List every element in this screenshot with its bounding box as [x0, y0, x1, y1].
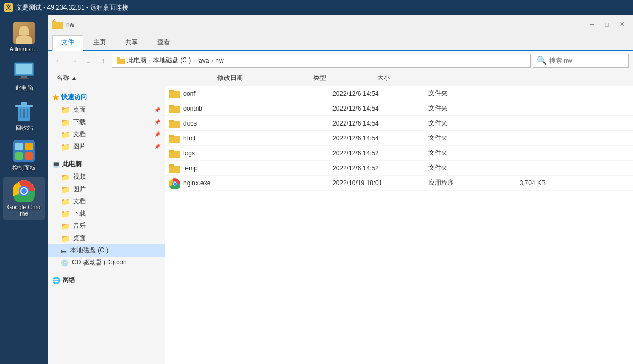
search-box[interactable]: 🔍 — [533, 54, 629, 68]
tab-file[interactable]: 文件 — [52, 35, 83, 51]
sidebar-label-docs2: 文档 — [73, 197, 86, 206]
pin-icon: 📌 — [154, 107, 160, 113]
svg-rect-29 — [169, 121, 180, 128]
file-row-docs[interactable]: docs 2022/12/6 14:54 文件夹 — [165, 116, 633, 131]
svg-rect-33 — [169, 151, 180, 158]
this-pc-section[interactable]: 💻 此电脑 — [48, 158, 165, 171]
svg-rect-13 — [15, 152, 23, 160]
search-icon: 🔍 — [537, 55, 547, 65]
file-row-conf[interactable]: conf 2022/12/6 14:54 文件夹 — [165, 86, 633, 101]
sidebar-item-downloads2[interactable]: 📁 下载 — [48, 208, 165, 220]
title-bar-icon: 文 — [4, 3, 13, 12]
sidebar-item-videos[interactable]: 📁 视频 — [48, 171, 165, 183]
sidebar-item-pictures[interactable]: 📁 图片 📌 — [48, 140, 165, 153]
svg-rect-22 — [54, 19, 55, 20]
drive-icon-d: 💿 — [61, 259, 69, 267]
window-controls: ─ □ ✕ — [585, 19, 629, 30]
desktop-icon-chrome[interactable]: Google Chrome — [3, 177, 45, 220]
sidebar-item-docs2[interactable]: 📁 文档 — [48, 195, 165, 208]
desktop-icon-pc[interactable]: 此电脑 — [3, 57, 45, 95]
quick-access-header[interactable]: ★ 快速访问 — [48, 90, 165, 104]
pc-icon — [13, 61, 35, 82]
svg-rect-28 — [169, 105, 174, 107]
this-pc-label: 此电脑 — [62, 160, 82, 169]
file-date-html: 2022/12/6 14:54 — [332, 135, 428, 142]
sidebar-label-docs: 文档 — [73, 130, 86, 139]
svg-rect-31 — [169, 136, 180, 143]
sidebar-item-desktop[interactable]: 📁 桌面 📌 — [48, 104, 165, 116]
file-row-temp[interactable]: temp 2022/12/6 14:52 文件夹 — [165, 161, 633, 176]
file-type-nginx: 应用程序 — [428, 178, 492, 187]
sidebar-label-downloads2: 下载 — [73, 209, 86, 218]
user-icon-label: Administr... — [10, 46, 38, 52]
quick-access-label: 快速访问 — [61, 93, 87, 102]
file-name-conf: conf — [183, 90, 332, 97]
file-name-logs: logs — [183, 150, 332, 157]
folder-icon-html — [169, 134, 180, 143]
svg-rect-21 — [53, 20, 54, 21]
svg-rect-11 — [15, 143, 23, 150]
file-row-contrib[interactable]: contrib 2022/12/6 14:54 文件夹 — [165, 101, 633, 116]
nav-panel: ★ 快速访问 📁 桌面 📌 📁 下载 📌 📁 文档 📌 — [48, 86, 165, 364]
path-part-c: 本地磁盘 (C:) — [153, 56, 191, 65]
user-icon — [13, 22, 35, 44]
desktop-icon-user[interactable]: Administr... — [3, 19, 45, 55]
close-button[interactable]: ✕ — [615, 19, 629, 30]
sidebar-item-cd-d[interactable]: 💿 CD 驱动器 (D:) con — [48, 257, 165, 269]
desktop-icon-cp[interactable]: 控制面板 — [3, 137, 45, 175]
sidebar-item-downloads[interactable]: 📁 下载 📌 — [48, 116, 165, 128]
file-type-conf: 文件夹 — [428, 89, 492, 98]
pin-icon-4: 📌 — [154, 144, 160, 150]
col-header-size[interactable]: 大小 — [373, 73, 426, 82]
search-input[interactable] — [549, 57, 625, 64]
file-row-html[interactable]: html 2022/12/6 14:54 文件夹 — [165, 131, 633, 146]
back-button[interactable]: ← — [52, 54, 65, 67]
forward-button[interactable]: → — [67, 54, 80, 67]
folder-icon-conf — [169, 89, 180, 98]
svg-rect-26 — [169, 90, 174, 92]
svg-rect-30 — [169, 120, 174, 122]
network-section[interactable]: 🌐 网络 — [48, 274, 165, 287]
pc-nav-icon: 💻 — [52, 161, 60, 168]
address-path[interactable]: 此电脑 › 本地磁盘 (C:) › java › nw — [112, 54, 531, 68]
file-name-docs: docs — [183, 120, 332, 127]
recycle-icon-label: 回收站 — [15, 124, 33, 132]
sidebar-label-downloads: 下载 — [73, 118, 86, 127]
recycle-icon — [13, 101, 35, 122]
tab-home[interactable]: 主页 — [84, 35, 115, 50]
sidebar-label-c: 本地磁盘 (C:) — [70, 246, 108, 255]
nav-divider-1 — [48, 155, 165, 155]
file-date-logs: 2022/12/6 14:52 — [332, 150, 428, 157]
file-row-nginx[interactable]: nginx.exe 2022/10/19 18:01 应用程序 3,704 KB — [165, 176, 633, 191]
col-header-name[interactable]: 名称 ▲ — [48, 73, 213, 82]
svg-point-40 — [174, 182, 176, 185]
explorer-window: nw ─ □ ✕ 文件 主页 共享 查看 ← → ⌄ ↑ — [48, 15, 633, 364]
maximize-button[interactable]: □ — [600, 19, 614, 30]
up-button[interactable]: ↑ — [97, 54, 110, 67]
tab-view[interactable]: 查看 — [148, 35, 179, 50]
sidebar-item-desktop2[interactable]: 📁 桌面 — [48, 232, 165, 244]
svg-rect-34 — [169, 150, 174, 152]
taskbar: Administr... 此电脑 — [0, 15, 48, 364]
col-header-date[interactable]: 修改日期 — [213, 73, 309, 82]
tab-share[interactable]: 共享 — [116, 35, 147, 50]
sidebar-item-local-c[interactable]: 🖴 本地磁盘 (C:) — [48, 244, 165, 257]
file-date-temp: 2022/12/6 14:52 — [332, 164, 428, 172]
cp-icon — [13, 140, 35, 162]
sidebar-item-pictures2[interactable]: 📁 图片 — [48, 183, 165, 195]
folder-icon-downloads: 📁 — [61, 118, 70, 127]
file-name-contrib: contrib — [183, 105, 332, 112]
sidebar-label-desktop2: 桌面 — [73, 234, 86, 243]
svg-rect-32 — [169, 135, 174, 137]
file-row-logs[interactable]: logs 2022/12/6 14:52 文件夹 — [165, 146, 633, 161]
path-part-nw: nw — [215, 57, 223, 64]
chrome-icon — [13, 180, 35, 202]
sidebar-item-docs[interactable]: 📁 文档 📌 — [48, 128, 165, 140]
desktop-icon-recycle[interactable]: 回收站 — [3, 97, 45, 135]
sidebar-item-music[interactable]: 📁 音乐 — [48, 220, 165, 232]
sidebar-label-desktop: 桌面 — [73, 105, 86, 114]
recent-button[interactable]: ⌄ — [82, 54, 95, 67]
col-header-type[interactable]: 类型 — [309, 73, 373, 82]
minimize-button[interactable]: ─ — [585, 19, 599, 30]
sidebar-label-videos: 视频 — [73, 172, 86, 181]
